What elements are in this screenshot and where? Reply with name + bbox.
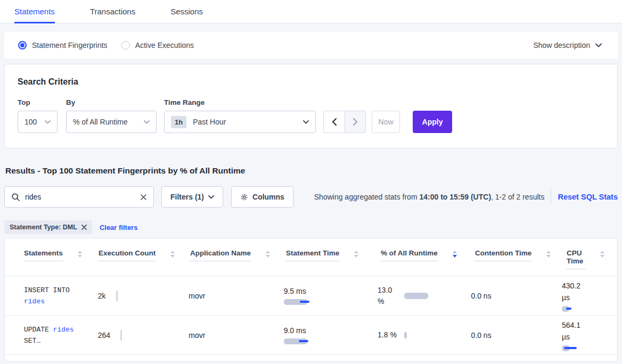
tab-statements[interactable]: Statements xyxy=(14,0,55,23)
stats-time-range: 14:00 to 15:59 (UTC) xyxy=(419,193,491,201)
time-range-label: Time Range xyxy=(164,98,316,106)
statement-time-bar xyxy=(284,299,326,305)
now-button[interactable]: Now xyxy=(372,111,400,133)
top-select-value: 100 xyxy=(24,118,37,126)
search-criteria-panel: Search Criteria Top 100 By % of All Runt… xyxy=(4,64,618,148)
vertical-divider xyxy=(551,190,551,204)
top-tab-bar: Statements Transactions Sessions xyxy=(0,0,622,23)
cpu-time-value: 430.2 µs xyxy=(562,280,586,303)
remove-filter-icon[interactable] xyxy=(81,225,87,230)
table-row: UPDATE rides SET… 264 movr 9.0 ms 1.8 % … xyxy=(5,316,617,355)
statement-time-value: 9.0 ms xyxy=(284,326,378,335)
column-header-contention-time[interactable]: Contention Time xyxy=(475,249,531,261)
pct-runtime-value: 13.0 % xyxy=(378,285,399,307)
search-criteria-title: Search Criteria xyxy=(18,77,604,87)
reset-sql-stats-link[interactable]: Reset SQL Stats xyxy=(558,193,618,201)
tab-transactions[interactable]: Transactions xyxy=(90,0,135,23)
search-input-value[interactable]: rides xyxy=(25,193,141,201)
table-header-row: Statements Execution Count Application N… xyxy=(5,238,617,276)
time-range-field: Time Range 1h Past Hour xyxy=(164,98,316,133)
pct-runtime-bar xyxy=(404,332,407,338)
statement-table-link[interactable]: rides xyxy=(53,326,74,334)
by-field: By % of All Runtime xyxy=(66,98,157,133)
chevron-down-icon xyxy=(595,43,602,47)
pct-runtime-bar xyxy=(404,293,428,299)
view-radio-group: Statement Fingerprints Active Executions xyxy=(18,41,194,49)
chevron-down-icon xyxy=(303,120,309,124)
time-range-value: Past Hour xyxy=(193,118,226,126)
results-controls-row: rides Filters (1) Columns Showing aggreg… xyxy=(4,186,618,208)
next-time-button[interactable] xyxy=(345,111,366,133)
radio-active-executions[interactable]: Active Executions xyxy=(121,41,194,49)
table-row: INSERT INTO rides 2k movr 9.5 ms 13.0 % … xyxy=(5,276,617,316)
chevron-down-icon xyxy=(45,120,51,124)
radio-statement-fingerprints[interactable]: Statement Fingerprints xyxy=(18,41,108,49)
clear-search-icon[interactable] xyxy=(141,194,146,200)
column-header-statement-time[interactable]: Statement Time xyxy=(286,249,339,261)
column-header-application-name[interactable]: Application Name xyxy=(190,249,251,261)
by-select[interactable]: % of All Runtime xyxy=(66,111,157,133)
sort-icon[interactable] xyxy=(78,251,82,258)
by-select-value: % of All Runtime xyxy=(73,118,128,126)
execution-count-bar xyxy=(120,330,122,341)
statement-time-value: 9.5 ms xyxy=(284,287,378,295)
contention-time-value: 0.0 ns xyxy=(471,331,562,340)
aggregated-stats-text: Showing aggregated stats from 14:00 to 1… xyxy=(314,193,545,201)
filter-chips-row: Statement Type: DML Clear filters xyxy=(4,220,618,234)
view-toggle-bar: Statement Fingerprints Active Executions… xyxy=(4,32,618,59)
radio-unselected-icon[interactable] xyxy=(121,41,130,49)
columns-button[interactable]: Columns xyxy=(231,186,293,208)
time-range-badge: 1h xyxy=(171,116,186,128)
previous-time-button[interactable] xyxy=(323,111,345,133)
statement-fingerprint-link[interactable]: INSERT INTO rides xyxy=(24,285,84,307)
chevron-right-icon xyxy=(353,118,358,126)
sort-icon-active-desc[interactable] xyxy=(453,251,457,258)
cpu-time-value: 564.1 µs xyxy=(562,319,586,343)
sort-icon[interactable] xyxy=(354,251,358,258)
execution-count-value: 264 xyxy=(98,331,110,340)
filters-button-label: Filters (1) xyxy=(170,193,204,201)
top-select[interactable]: 100 xyxy=(18,111,58,133)
apply-button[interactable]: Apply xyxy=(413,111,452,133)
pct-runtime-value: 1.8 % xyxy=(378,329,399,341)
column-header-pct-runtime[interactable]: % of All Runtime xyxy=(381,249,438,261)
column-header-execution-count[interactable]: Execution Count xyxy=(99,249,156,261)
column-header-statements[interactable]: Statements xyxy=(24,249,63,261)
search-icon xyxy=(12,193,20,201)
chevron-left-icon xyxy=(332,118,337,126)
column-header-cpu-time[interactable]: CPU Time xyxy=(567,249,585,269)
radio-active-executions-label: Active Executions xyxy=(135,41,194,49)
contention-time-value: 0.0 ns xyxy=(471,292,562,300)
chevron-down-icon xyxy=(208,195,214,199)
time-nav-arrows xyxy=(323,111,366,133)
filter-chip-label: Statement Type: DML xyxy=(10,224,77,231)
execution-count-bar xyxy=(116,291,118,301)
columns-button-label: Columns xyxy=(252,193,284,201)
statement-table-link[interactable]: rides xyxy=(24,297,45,305)
cpu-time-bar xyxy=(562,306,604,312)
filter-chip-statement-type[interactable]: Statement Type: DML xyxy=(4,220,92,234)
chevron-down-icon xyxy=(144,120,150,124)
by-label: By xyxy=(66,98,157,106)
sort-icon[interactable] xyxy=(600,251,604,258)
statements-table: Statements Execution Count Application N… xyxy=(4,238,618,362)
filters-button[interactable]: Filters (1) xyxy=(161,186,223,208)
sort-icon[interactable] xyxy=(266,251,270,258)
sort-icon[interactable] xyxy=(170,251,175,258)
radio-statement-fingerprints-label: Statement Fingerprints xyxy=(32,41,108,49)
application-name-value: movr xyxy=(189,292,283,300)
show-description-toggle[interactable]: Show description xyxy=(533,41,602,49)
clear-filters-link[interactable]: Clear filters xyxy=(100,224,138,231)
statement-fingerprint-link[interactable]: UPDATE rides SET… xyxy=(24,324,84,346)
search-input[interactable]: rides xyxy=(4,186,154,208)
time-range-select[interactable]: 1h Past Hour xyxy=(164,111,316,133)
top-label: Top xyxy=(18,98,58,106)
top-field: Top 100 xyxy=(18,98,58,133)
sort-icon[interactable] xyxy=(546,251,551,258)
results-heading: Results - Top 100 Statement Fingerprints… xyxy=(5,166,618,176)
execution-count-value: 2k xyxy=(98,292,106,300)
radio-selected-icon[interactable] xyxy=(18,41,27,49)
cpu-time-bar xyxy=(562,345,604,351)
application-name-value: movr xyxy=(189,331,283,340)
tab-sessions[interactable]: Sessions xyxy=(170,0,203,23)
